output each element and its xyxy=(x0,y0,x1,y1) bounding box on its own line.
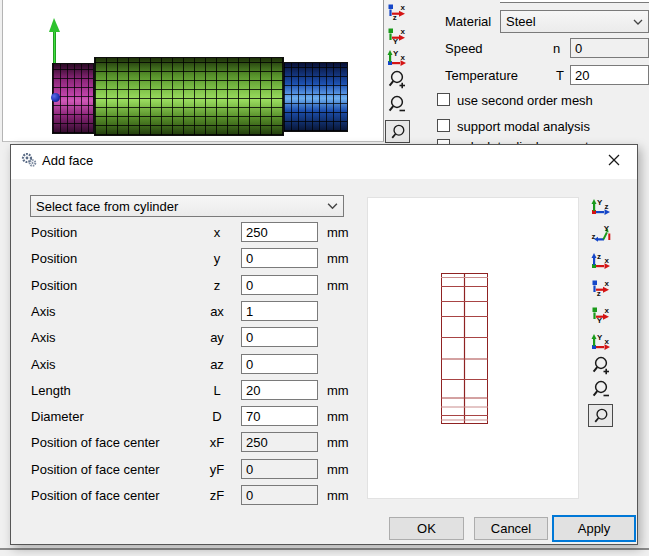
face-center-x-input[interactable] xyxy=(241,432,318,452)
face-center-y-input[interactable] xyxy=(241,459,318,479)
row-unit: mm xyxy=(327,488,349,503)
cancel-button[interactable]: Cancel xyxy=(474,517,548,540)
axis-az-input[interactable] xyxy=(241,354,318,374)
add-face-dialog: Add face Select face from cylinder Posit… xyxy=(10,144,638,545)
preview-zoom-fit-button[interactable] xyxy=(588,404,613,427)
row-symbol: D xyxy=(201,409,233,424)
ok-button[interactable]: OK xyxy=(389,517,464,540)
position-x-input[interactable] xyxy=(241,222,318,242)
axis-view-xz-button[interactable]: zx xyxy=(590,278,612,297)
temperature-label: Temperature xyxy=(445,68,518,83)
chevron-down-icon xyxy=(633,19,643,25)
row-symbol: y xyxy=(201,251,233,266)
axis-ax-input[interactable] xyxy=(241,301,318,321)
viewport-3d[interactable] xyxy=(2,0,384,142)
row-label: Position of face center xyxy=(31,462,160,477)
modal-analysis-checkbox[interactable] xyxy=(437,119,450,132)
row-symbol: ay xyxy=(201,330,233,345)
svg-text:Y: Y xyxy=(393,49,399,58)
axis-view-xy-icon: Yx xyxy=(387,27,407,44)
axis-view-yx-icon: Yx xyxy=(591,333,611,350)
svg-text:x: x xyxy=(605,337,610,346)
svg-text:x: x xyxy=(401,3,406,12)
row-symbol: z xyxy=(201,278,233,293)
zoom-out-button[interactable] xyxy=(386,95,408,114)
row-position-z: Position z mm xyxy=(11,275,371,296)
axis-view-yx-button[interactable]: Yx xyxy=(590,332,612,351)
diameter-input[interactable] xyxy=(241,406,318,426)
row-label: Axis xyxy=(31,357,56,372)
zoom-out-icon xyxy=(591,380,611,400)
axis-view-xz-icon: zx xyxy=(591,279,611,296)
row-symbol: x xyxy=(201,225,233,240)
apply-button[interactable]: Apply xyxy=(552,515,636,542)
svg-text:z: z xyxy=(605,202,609,211)
axis-view-xy-button[interactable]: Yx xyxy=(386,26,408,45)
material-value: Steel xyxy=(506,14,536,29)
axis-view-xy-button[interactable]: Yx xyxy=(590,305,612,324)
row-label: Position of face center xyxy=(31,488,160,503)
face-select-value: Select face from cylinder xyxy=(36,199,178,214)
preview-zoom-in-button[interactable] xyxy=(590,356,612,375)
shaft-segment-blue xyxy=(283,62,348,132)
svg-text:Y: Y xyxy=(604,225,610,233)
chevron-down-icon xyxy=(327,203,338,210)
y-axis-arrowhead-icon xyxy=(49,18,60,32)
zoom-in-button[interactable] xyxy=(386,70,408,89)
row-label: Length xyxy=(31,383,71,398)
add-face-dialog-icon xyxy=(21,152,37,168)
row-symbol: yF xyxy=(201,462,233,477)
row-unit: mm xyxy=(327,462,349,477)
speed-input[interactable] xyxy=(570,38,649,58)
axis-view-xz-button[interactable]: zx xyxy=(386,2,408,21)
position-z-input[interactable] xyxy=(241,275,318,295)
second-order-mesh-label: use second order mesh xyxy=(457,93,593,108)
face-select-dropdown[interactable]: Select face from cylinder xyxy=(30,195,344,217)
row-unit: mm xyxy=(327,251,349,266)
axis-view-zx-button[interactable]: zx xyxy=(590,251,612,270)
second-order-mesh-checkbox[interactable] xyxy=(437,93,450,106)
svg-text:Y: Y xyxy=(597,333,603,342)
axis-view-yx-button[interactable]: Yx xyxy=(386,48,408,67)
svg-text:x: x xyxy=(605,306,610,315)
close-icon xyxy=(608,154,620,166)
svg-text:z: z xyxy=(393,13,397,21)
material-label: Material xyxy=(445,14,491,29)
temperature-input[interactable] xyxy=(570,65,649,85)
window-bottom-divider xyxy=(0,548,649,550)
axis-view-xy-icon: Yx xyxy=(591,306,611,323)
dialog-titlebar[interactable]: Add face xyxy=(11,145,637,179)
face-preview-canvas[interactable] xyxy=(367,197,579,499)
svg-text:z: z xyxy=(597,252,601,261)
svg-text:x: x xyxy=(401,53,406,62)
row-unit: mm xyxy=(327,225,349,240)
row-symbol: az xyxy=(201,357,233,372)
row-face-center-z: Position of face center zF mm xyxy=(11,485,371,506)
axis-view-yz-icon: Yz xyxy=(591,198,611,215)
zoom-out-icon xyxy=(387,95,407,115)
row-label: Axis xyxy=(31,330,56,345)
close-button[interactable] xyxy=(592,145,636,175)
face-center-z-input[interactable] xyxy=(241,485,318,505)
zoom-in-icon xyxy=(591,356,611,376)
face-preview-wireframe xyxy=(441,273,488,424)
preview-zoom-out-button[interactable] xyxy=(590,380,612,399)
speed-symbol: n xyxy=(553,41,560,56)
row-length: Length L mm xyxy=(11,380,371,401)
zoom-fit-button[interactable] xyxy=(385,120,410,143)
svg-text:x: x xyxy=(401,27,406,36)
row-axis-ay: Axis ay xyxy=(11,327,371,348)
material-dropdown[interactable]: Steel xyxy=(500,10,649,33)
row-position-y: Position y mm xyxy=(11,248,371,269)
axis-view-yz-button[interactable]: Yz xyxy=(590,197,612,216)
zoom-fit-icon xyxy=(389,123,407,141)
row-unit: mm xyxy=(327,409,349,424)
row-symbol: zF xyxy=(201,488,233,503)
axis-ay-input[interactable] xyxy=(241,327,318,347)
row-axis-az: Axis az xyxy=(11,354,371,375)
row-label: Position of face center xyxy=(31,435,160,450)
length-input[interactable] xyxy=(241,380,318,400)
position-y-input[interactable] xyxy=(241,248,318,268)
row-face-center-y: Position of face center yF mm xyxy=(11,459,371,480)
axis-view-iso-button[interactable]: z Y xyxy=(590,224,612,243)
